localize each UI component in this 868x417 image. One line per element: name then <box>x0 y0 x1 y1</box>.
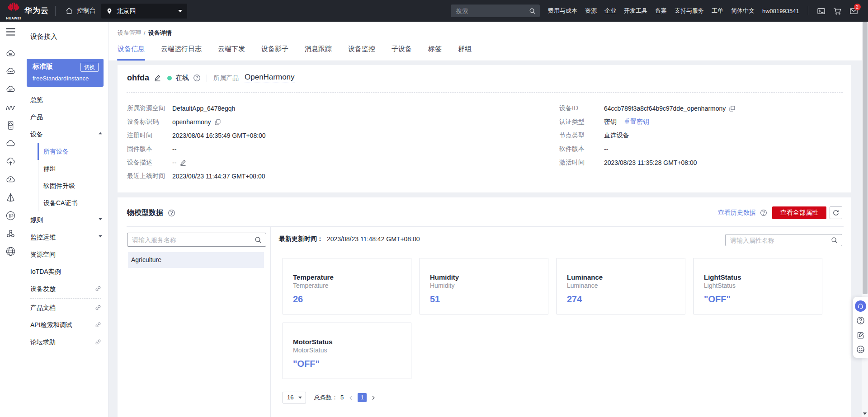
console-terminal-icon[interactable] <box>817 7 826 15</box>
sidebar-item-设备发放[interactable]: 设备发放 <box>21 280 108 297</box>
page-size-select[interactable]: 16 <box>283 392 306 403</box>
sidebar-item-设备[interactable]: 设备 <box>21 126 108 143</box>
topbar-link[interactable]: 开发工具 <box>624 7 647 15</box>
sidebar-item-API检索和调试[interactable]: API检索和调试 <box>21 316 108 333</box>
sidebar-item-规则[interactable]: 规则 <box>21 211 108 229</box>
huawei-logo-icon[interactable]: HUAWEI <box>6 1 19 20</box>
next-page-icon[interactable] <box>370 395 376 401</box>
prev-page-icon[interactable] <box>348 395 354 401</box>
breadcrumb-parent[interactable]: 设备管理 <box>118 29 141 36</box>
service-search-icon[interactable] <box>255 236 262 244</box>
search-icon[interactable] <box>529 8 536 14</box>
property-card-LightStatus[interactable]: LightStatusLightStatus"OFF" <box>693 258 822 314</box>
model-help-icon[interactable] <box>168 209 175 217</box>
property-description: Temperature <box>293 282 402 289</box>
cloud-config-icon[interactable] <box>5 84 16 94</box>
mail-icon[interactable]: 2 <box>849 7 858 15</box>
topbar-link[interactable]: 费用与成本 <box>548 7 577 15</box>
edit-device-name-icon[interactable] <box>154 74 161 82</box>
customer-service-button[interactable] <box>855 300 866 312</box>
instance-switch-button[interactable]: 切换 <box>80 63 99 72</box>
field-value: DefaultApp_6478egqh <box>172 105 235 112</box>
global-search-input[interactable] <box>451 8 529 14</box>
edit-description-icon[interactable] <box>179 159 187 166</box>
topbar-link[interactable]: 工单 <box>712 7 723 15</box>
scrollbar-thumb[interactable] <box>863 22 868 294</box>
sidebar-item-论坛求助[interactable]: 论坛求助 <box>21 333 108 351</box>
property-search-icon[interactable] <box>831 237 838 244</box>
service-search-input[interactable] <box>127 236 255 244</box>
view-history-link[interactable]: 查看历史数据 <box>718 209 756 217</box>
help-center-icon[interactable] <box>856 316 865 325</box>
device-cloud-icon[interactable] <box>5 120 16 131</box>
cloud-dots-icon[interactable] <box>5 66 16 76</box>
topbar-link[interactable]: 备案 <box>655 7 667 15</box>
page-number[interactable]: 1 <box>358 393 367 402</box>
property-value: 26 <box>293 294 402 305</box>
globe-icon[interactable] <box>5 246 16 257</box>
sidebar-item-监控运维[interactable]: 监控运维 <box>21 229 108 246</box>
topbar-link[interactable]: 资源 <box>585 7 597 15</box>
property-card-Humidity[interactable]: HumidityHumidity51 <box>420 258 548 314</box>
tab-云端下发[interactable]: 云端下发 <box>218 45 245 61</box>
copy-icon[interactable] <box>214 119 221 126</box>
view-all-properties-button[interactable]: 查看全部属性 <box>772 206 826 219</box>
service-item-Agriculture[interactable]: Agriculture <box>128 252 264 268</box>
copy-icon[interactable] <box>729 105 736 112</box>
sidebar-subitem-所有设备[interactable]: 所有设备 <box>21 143 108 160</box>
property-card-MotorStatus[interactable]: MotorStatusMotorStatus"OFF" <box>283 323 411 379</box>
ip-circle-icon[interactable] <box>5 211 16 221</box>
history-help-icon[interactable] <box>760 209 767 216</box>
survey-icon[interactable] <box>856 331 865 339</box>
sidebar-item-IoTDA实例[interactable]: IoTDA实例 <box>21 263 108 280</box>
sidebar-item-产品文档[interactable]: 产品文档 <box>21 299 108 316</box>
status-help-icon[interactable] <box>193 74 201 82</box>
field-所属资源空间: 所属资源空间DefaultApp_6478egqh <box>127 102 266 115</box>
topbar-link[interactable]: 企业 <box>604 7 616 15</box>
topbar-username[interactable]: hw081993541 <box>762 8 799 14</box>
tab-设备监控[interactable]: 设备监控 <box>348 45 375 61</box>
feedback-smiley-icon[interactable] <box>856 345 865 354</box>
topbar: HUAWEI 华为云 控制台 北京四 费用与成本资源企业开发工具备案支持与服务工… <box>0 0 868 22</box>
property-name: Temperature <box>293 273 402 281</box>
cluster-icon[interactable] <box>5 229 16 239</box>
console-link[interactable]: 控制台 <box>65 0 96 22</box>
sidebar-item-资源空间[interactable]: 资源空间 <box>21 246 108 263</box>
cart-icon[interactable] <box>833 7 842 15</box>
tab-标签[interactable]: 标签 <box>428 45 442 61</box>
tab-子设备[interactable]: 子设备 <box>392 45 412 61</box>
cloud-sync-icon[interactable] <box>5 174 16 185</box>
cloud-upload-icon[interactable] <box>5 156 16 167</box>
field-label: 设备标识码 <box>127 118 172 126</box>
region-selector[interactable]: 北京四 <box>101 4 187 19</box>
sidebar-subitem-群组[interactable]: 群组 <box>21 160 108 177</box>
field-label: 注册时间 <box>127 131 172 140</box>
cloud-server-icon[interactable] <box>5 48 16 59</box>
brand-name[interactable]: 华为云 <box>24 0 49 22</box>
reset-secret-link[interactable]: 重置密钥 <box>624 118 649 126</box>
tab-设备影子[interactable]: 设备影子 <box>261 45 288 61</box>
tab-群组[interactable]: 群组 <box>458 45 472 61</box>
sidebar-item-产品[interactable]: 产品 <box>21 108 108 126</box>
caret-up-icon <box>98 132 103 135</box>
property-card-Luminance[interactable]: LuminanceLuminance274 <box>557 258 685 314</box>
property-card-Temperature[interactable]: TemperatureTemperature26 <box>283 258 411 314</box>
cloud-icon[interactable] <box>5 138 16 149</box>
property-search-input[interactable] <box>726 237 831 244</box>
topbar-link[interactable]: 支持与服务 <box>675 7 704 15</box>
product-link[interactable]: OpenHarmony <box>245 73 295 83</box>
refresh-button[interactable] <box>830 206 842 219</box>
tab-云端运行日志[interactable]: 云端运行日志 <box>161 45 202 61</box>
waves-icon[interactable] <box>5 102 16 112</box>
instance-card[interactable]: 标准版 切换 freeStandardInstance <box>27 59 104 87</box>
field-激活时间: 激活时间2023/08/23 11:35:28 GMT+08:00 <box>559 156 736 169</box>
sidebar-item-总览[interactable]: 总览 <box>21 91 108 108</box>
tab-消息跟踪[interactable]: 消息跟踪 <box>305 45 332 61</box>
scrollbar-down-icon[interactable] <box>863 412 867 415</box>
sidebar-subitem-设备CA证书[interactable]: 设备CA证书 <box>21 194 108 211</box>
prism-icon[interactable] <box>5 192 16 203</box>
sidebar-subitem-软固件升级[interactable]: 软固件升级 <box>21 177 108 194</box>
topbar-link[interactable]: 简体中文 <box>731 7 755 15</box>
hamburger-menu-icon[interactable] <box>6 28 15 36</box>
tab-设备信息[interactable]: 设备信息 <box>118 45 145 61</box>
